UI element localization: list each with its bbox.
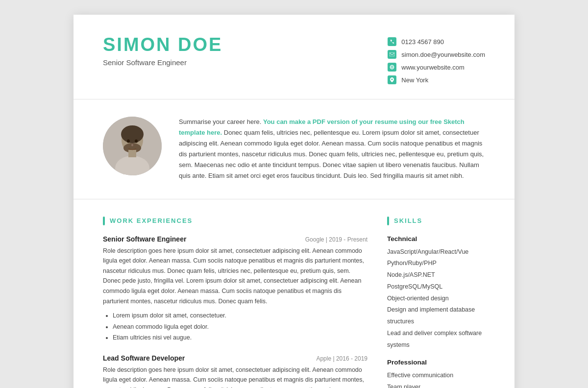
job-1: Senior Software Engineer Google | 2019 -… (103, 235, 368, 343)
bullet-item: Aenean commodo ligula eget dolor. (113, 321, 368, 333)
job-1-title: Senior Software Engineer (103, 235, 186, 243)
skill-item: Effective communication (387, 370, 485, 382)
bullet-item: Lorem ipsum dolor sit amet, consectetuer… (113, 310, 368, 321)
location-value: New York (401, 76, 428, 84)
skills-section: SKILLS Technical JavaScript/Angular/Reac… (387, 217, 485, 388)
job-2-desc: Role description goes here ipsum dolor s… (103, 365, 368, 388)
job-1-header: Senior Software Engineer Google | 2019 -… (103, 235, 368, 243)
contact-email: simon.doe@yourwebsite.com (388, 50, 485, 59)
skill-item: PostgreSQL/MySQL (387, 281, 485, 293)
svg-point-12 (131, 144, 133, 146)
avatar-container (103, 117, 162, 175)
job-2: Lead Software Developer Apple | 2016 - 2… (103, 354, 368, 388)
work-experiences-heading: WORK EXPERIENCES (103, 217, 368, 225)
skill-item: JavaScript/Angular/React/Vue (387, 246, 485, 258)
job-1-desc: Role description goes here ipsum dolor s… (103, 246, 368, 307)
technical-skills: Technical JavaScript/Angular/React/Vue P… (387, 235, 485, 351)
svg-point-11 (135, 140, 138, 143)
candidate-title: Senior Software Engineer (103, 58, 222, 67)
contact-location: New York (388, 75, 485, 84)
summary-rest: Donec quam felis, ultricies nec, pellent… (179, 129, 484, 179)
header-left: SIMON DOE Senior Software Engineer (103, 34, 222, 67)
skill-item: Node.js/ASP.NET (387, 269, 485, 281)
svg-point-6 (121, 125, 144, 143)
technical-label: Technical (387, 235, 485, 242)
svg-rect-9 (128, 150, 136, 157)
location-icon (388, 75, 396, 84)
website-value: www.yourwebsite.com (401, 64, 465, 71)
job-2-header: Lead Software Developer Apple | 2016 - 2… (103, 354, 368, 362)
summary-plain: Summarise your career here. (179, 118, 263, 125)
job-2-title: Lead Software Developer (103, 354, 185, 362)
phone-icon (388, 37, 396, 46)
job-1-meta: Google | 2019 - Present (305, 236, 368, 243)
professional-skills: Professional Effective communication Tea… (387, 359, 485, 388)
website-icon (388, 63, 396, 72)
job-1-bullets: Lorem ipsum dolor sit amet, consectetuer… (103, 310, 368, 343)
resume-header: SIMON DOE Senior Software Engineer 0123 … (74, 15, 514, 99)
contact-info: 0123 4567 890 simon.doe@yourwebsite.com (388, 37, 485, 84)
skill-item: Design and implement database structures (387, 304, 485, 328)
skill-item: Object-oriented design (387, 293, 485, 305)
candidate-name: SIMON DOE (103, 34, 222, 55)
professional-label: Professional (387, 359, 485, 366)
avatar (103, 117, 162, 175)
contact-website: www.yourwebsite.com (388, 63, 485, 72)
job-2-meta: Apple | 2016 - 2019 (316, 355, 368, 362)
work-experiences-section: WORK EXPERIENCES Senior Software Enginee… (103, 217, 368, 388)
svg-rect-0 (390, 52, 394, 56)
bullet-item: Etiam ultricies nisi vel augue. (113, 332, 368, 343)
skill-item: Lead and deliver complex software system… (387, 328, 485, 351)
resume-document: SIMON DOE Senior Software Engineer 0123 … (74, 15, 514, 388)
main-body: WORK EXPERIENCES Senior Software Enginee… (74, 199, 514, 388)
contact-phone: 0123 4567 890 (388, 37, 485, 46)
svg-point-10 (127, 140, 130, 143)
skill-item: Team player (387, 382, 485, 388)
profile-section: Summarise your career here. You can make… (74, 99, 514, 199)
email-value: simon.doe@yourwebsite.com (401, 51, 485, 58)
skill-item: Python/Ruby/PHP (387, 258, 485, 269)
email-icon (388, 50, 396, 59)
skills-heading: SKILLS (387, 217, 485, 225)
phone-value: 0123 4567 890 (401, 38, 444, 46)
profile-summary: Summarise your career here. You can make… (179, 117, 485, 182)
